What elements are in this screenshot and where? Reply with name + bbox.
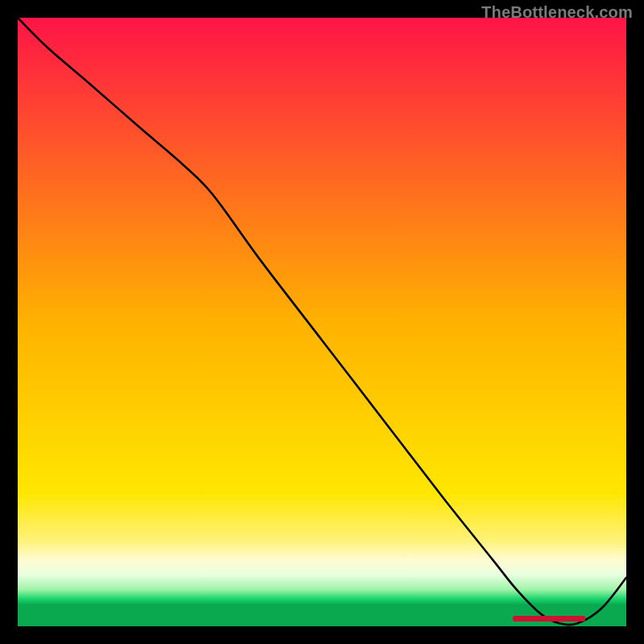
watermark-text: TheBottleneck.com [481,3,633,22]
frame [626,0,644,644]
bottleneck-chart [0,0,644,644]
frame [0,0,18,644]
frame [0,626,644,644]
chart-container: { "watermark": "TheBottleneck.com", "plo… [0,0,644,644]
plot-area [18,18,626,626]
optimal-range-marker [513,616,585,621]
